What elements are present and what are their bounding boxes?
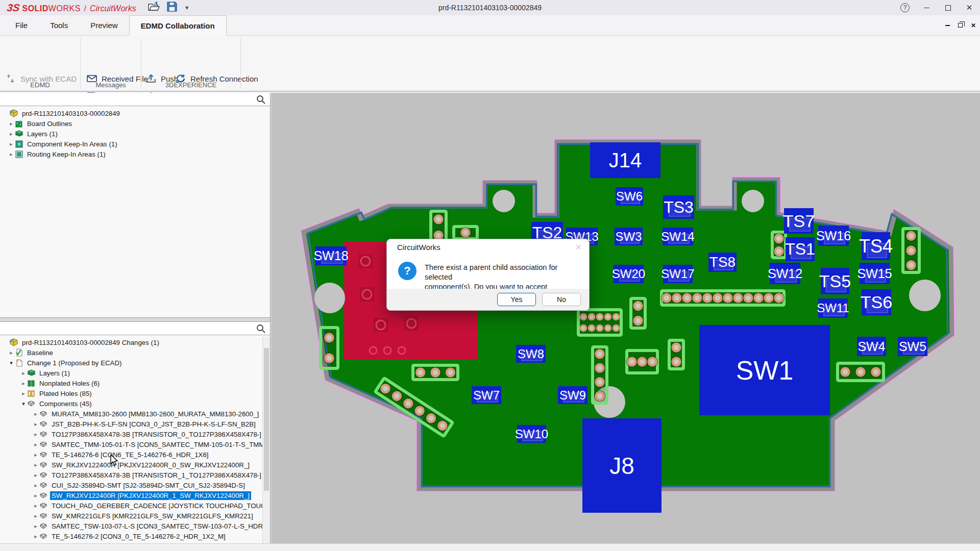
component-tree-item[interactable]: ▸MURATA_MM8130-2600 [MM8130-2600_MURATA_… [0,409,270,419]
tree1-search-bar[interactable] [0,93,270,106]
component-tree-item[interactable]: ▸TE_5-146276-2 [CON3_0_TE_5-146276-2_HDR… [0,531,270,541]
tree-item[interactable]: ▸Component Keep-In Areas (1) [0,139,270,149]
tree-item[interactable]: ▸Baseline [0,347,270,358]
tree-item[interactable]: ▸Routing Keep-In Areas (1) [0,149,270,159]
pcb-component-label-sw3[interactable]: SW3 [615,228,643,245]
open-file-icon[interactable] [148,2,160,14]
pcb-component-label-ts1[interactable]: TS1 [786,237,815,261]
expand-arrow-icon[interactable]: ▸ [33,523,39,530]
pcb-component-label-sw9[interactable]: SW9 [558,386,587,404]
pcb-component-label-sw15[interactable]: SW15 [860,263,890,284]
pcb-component-label-ts7[interactable]: TS7 [784,208,814,234]
tree-item[interactable]: ▸Layers (1) [0,368,270,378]
tree-item[interactable]: ▸Layers (1) [0,129,270,139]
component-tree-item[interactable]: ▸TOUCH_PAD_GEREBER_CADENCE [JOYSTICK TOU… [0,500,270,511]
pcb-component-label-sw11[interactable]: SW11 [818,298,848,318]
close-button[interactable]: ✕ [959,0,980,15]
expand-arrow-icon[interactable]: ▸ [33,492,39,499]
expand-arrow-icon[interactable]: ▸ [20,370,27,377]
pcb-component-label-sw4[interactable]: SW4 [857,337,886,356]
tree-root-changes[interactable]: prd-R1132101403103-00002849 Changes (1) [0,337,270,347]
tab-edmd-collaboration[interactable]: EDMD Collaboration [129,15,227,36]
menu-file[interactable]: File [4,15,39,35]
changes-tree-scrollbar[interactable] [262,337,270,543]
expand-arrow-icon[interactable]: ▸ [33,533,39,540]
no-button[interactable]: No [542,293,581,306]
tree-item[interactable]: ▸Nonplated Holes (6) [0,378,270,388]
expand-arrow-icon[interactable]: ▸ [33,462,39,468]
component-tree-item[interactable]: ▸TO127P386X458X478-3B [TRANSISTOR_0_TO12… [0,429,270,439]
pcb-component-label-sw1[interactable]: SW1 [699,325,830,415]
pcb-component-label-ts8[interactable]: TS8 [708,253,737,272]
pcb-component-label-sw18[interactable]: SW18 [315,246,347,265]
qat-dropdown-caret[interactable]: ▼ [184,5,190,11]
expand-arrow-icon[interactable]: ▸ [8,151,14,158]
pcb-component-label-sw16[interactable]: SW16 [818,226,849,246]
keepin2-icon [14,150,23,158]
expand-arrow-icon[interactable]: ▸ [33,421,39,428]
tree-item[interactable]: ▸Board Outlines [0,118,270,129]
pcb-component-label-ts5[interactable]: TS5 [821,268,849,294]
expand-arrow-icon[interactable]: ▸ [20,390,27,397]
collapse-arrow-icon[interactable]: ▾ [20,400,27,407]
expand-arrow-icon[interactable]: ▸ [33,411,39,417]
save-icon[interactable] [167,2,177,14]
tree-root-board[interactable]: prd-R1132101403103-00002849 [0,108,270,118]
expand-arrow-icon[interactable]: ▸ [8,349,14,356]
component-tree-item[interactable]: ▸SW_RKJXV122400R [PKJXV122400R_0_SW_RKJX… [0,460,270,470]
expand-arrow-icon[interactable]: ▸ [8,141,14,147]
mdi-restore-icon[interactable] [958,23,963,28]
expand-arrow-icon[interactable]: ▸ [33,503,39,509]
collapse-arrow-icon[interactable]: ▾ [8,360,14,366]
pcb-component-label-ts4[interactable]: TS4 [862,232,890,260]
maximize-button[interactable] [937,0,959,15]
mdi-close-icon[interactable]: ✕ [971,22,976,29]
pcb-component-label-sw7[interactable]: SW7 [472,386,501,404]
component-tree-item[interactable]: ▸TE_5-146276-6 [CON6_TE_5-146276-6_HDR_1… [0,449,270,460]
expand-arrow-icon[interactable]: ▸ [33,441,39,448]
pcb-component-label-sw14[interactable]: SW14 [663,228,693,245]
yes-button[interactable]: Yes [497,293,536,306]
menu-preview[interactable]: Preview [79,15,129,35]
expand-arrow-icon[interactable]: ▸ [33,513,39,519]
tree-item[interactable]: ▾Change 1 (Proposed by ECAD) [0,358,270,368]
tree-item-label: Plated Holes (85) [38,389,93,398]
component-tree-item[interactable]: ▸SAMTEC_TMM-105-01-T-S [CON5_SAMTEC_TMM-… [0,439,270,449]
expand-arrow-icon[interactable]: ▸ [20,380,27,387]
scrollbar-thumb[interactable] [264,348,269,491]
component-tree-item[interactable]: ▸JST_B2B-PH-K-S-LF-SN [CON3_0_JST_B2B-PH… [0,419,270,429]
pcb-component-label-ts6[interactable]: TS6 [862,289,891,315]
panel-divider[interactable] [0,317,270,322]
menu-tools[interactable]: Tools [39,15,79,35]
minimize-button[interactable] [916,0,937,15]
mdi-window-controls: ✕ [945,15,976,35]
pcb-component-label-j14[interactable]: J14 [590,142,660,178]
component-tree-item[interactable]: ▸TO127P386X458X478-3B [TRANSISTOR_1_TO12… [0,470,270,480]
pcb-component-label-sw17[interactable]: SW17 [663,265,693,283]
pcb-component-label-sw5[interactable]: SW5 [898,337,927,356]
tree-item[interactable]: ▸Plated Holes (85) [0,388,270,398]
pcb-component-label-j8[interactable]: J8 [582,418,662,513]
expand-arrow-icon[interactable]: ▸ [33,452,39,458]
component-tree-item[interactable]: ▸SW_RKJXV122400R [PKJXV122400R_1_SW_RKJX… [0,490,270,500]
help-button[interactable]: ? [894,0,916,15]
expand-arrow-icon[interactable]: ▸ [33,472,39,479]
component-tree-item[interactable]: ▸CUI_SJ2-35894D-SMT [SJ2-35894D-SMT_CUI_… [0,480,270,490]
component-tree-item[interactable]: ▸SAMTEC_TSW-103-07-L-S [CON3_SAMTEC_TSW-… [0,521,270,531]
pcb-viewport[interactable]: J14SW6TS3TS2SW13SW3SW14TS7SW16TS4TS1SW18… [271,93,980,543]
pcb-component-label-sw10[interactable]: SW10 [517,425,546,443]
component-tree-item[interactable]: ▸SW_KMR221GLFS [KMR221GLFS_SW_KMR221GLFS… [0,511,270,521]
pcb-component-label-sw8[interactable]: SW8 [516,345,546,363]
pcb-component-label-ts3[interactable]: TS3 [663,195,694,219]
expand-arrow-icon[interactable]: ▸ [33,431,39,438]
pcb-component-label-sw6[interactable]: SW6 [616,187,643,206]
tree2-search-bar[interactable] [0,322,270,335]
expand-arrow-icon[interactable]: ▸ [33,482,39,489]
expand-arrow-icon[interactable]: ▸ [8,131,14,137]
mdi-minimize-icon[interactable] [945,25,950,26]
tree-item[interactable]: ▾Components (45) [0,398,270,409]
dialog-close-icon[interactable]: ✕ [575,242,582,252]
expand-arrow-icon[interactable]: ▸ [8,120,14,127]
pcb-component-label-sw20[interactable]: SW20 [614,265,644,283]
pcb-component-label-sw12[interactable]: SW12 [770,263,800,284]
